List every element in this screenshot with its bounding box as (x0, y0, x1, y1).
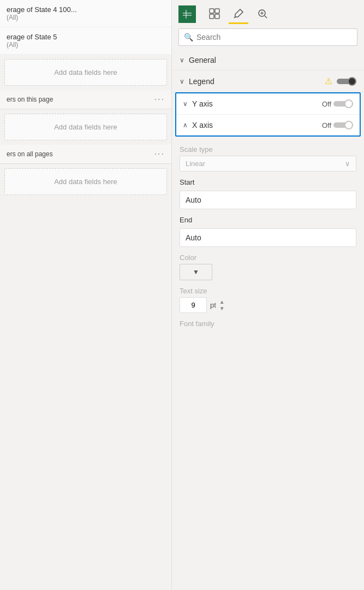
general-section[interactable]: ∨ General (172, 50, 364, 70)
spinner-up[interactable]: ▲ (219, 299, 225, 305)
chevron-down-legend: ∨ (180, 78, 184, 85)
state-4-label: erage of State 4 100... (7, 5, 165, 14)
start-input[interactable] (180, 191, 356, 209)
axis-highlight-box: ∨ Y axis Off ∧ X axis Off (175, 92, 361, 137)
panel-tabs (172, 0, 364, 24)
section-header-all-pages[interactable]: ers on all pages ··· (0, 145, 171, 164)
x-axis-toggle[interactable] (333, 120, 353, 130)
y-axis-toggle[interactable] (333, 99, 353, 109)
dots-icon-page[interactable]: ··· (154, 95, 165, 104)
tab-analytics[interactable] (253, 4, 272, 24)
search-bar: 🔍 (178, 28, 357, 46)
color-label: Color (180, 253, 356, 262)
left-panel: erage of State 4 100... (All) erage of S… (0, 0, 172, 590)
state-5-sub: (All) (7, 41, 165, 49)
legend-toggle[interactable] (337, 76, 356, 86)
font-family-label: Font family (180, 320, 356, 328)
color-swatch-row: ▼ (180, 264, 356, 280)
state-5-label: erage of State 5 (7, 33, 165, 41)
svg-rect-6 (210, 14, 214, 19)
state-4-sub: (All) (7, 14, 165, 21)
text-size-unit: pt (210, 301, 216, 309)
x-axis-label: X axis (192, 121, 322, 129)
scale-type-label: Scale type (180, 145, 356, 154)
search-input[interactable] (178, 28, 357, 46)
legend-label: Legend (189, 77, 325, 86)
right-panel: 🔍 ∨ General ∨ Legend ⚠ ∨ Y axis Off (172, 0, 364, 590)
y-axis-row[interactable]: ∨ Y axis Off (176, 93, 360, 115)
color-swatch[interactable]: ▼ (180, 264, 212, 280)
end-input[interactable] (180, 228, 356, 247)
text-size-label: Text size (180, 287, 356, 295)
dots-icon-all-pages[interactable]: ··· (154, 149, 165, 159)
svg-rect-4 (210, 9, 214, 13)
state-5-row: erage of State 5 (All) (0, 27, 171, 55)
tab-grid[interactable] (205, 4, 224, 24)
section-header-this-page[interactable]: ers on this page ··· (0, 90, 171, 109)
add-data-placeholder-1[interactable]: Add data fields here (4, 59, 167, 86)
end-label: End (180, 216, 356, 224)
add-data-placeholder-2[interactable]: Add data fields here (4, 114, 167, 140)
chevron-down-color: ▼ (193, 268, 199, 276)
green-chart-icon (178, 5, 196, 23)
text-size-input[interactable] (180, 297, 207, 313)
svg-rect-7 (215, 14, 219, 19)
general-label: General (189, 56, 356, 64)
legend-section[interactable]: ∨ Legend ⚠ (172, 70, 364, 92)
scale-type-dropdown[interactable]: Linear ∨ (180, 156, 356, 172)
y-axis-toggle-label: Off (322, 100, 331, 108)
y-axis-label: Y axis (192, 99, 322, 108)
spinner-arrows[interactable]: ▲ ▼ (219, 299, 225, 311)
x-axis-row[interactable]: ∧ X axis Off (176, 115, 360, 135)
x-axis-settings: Scale type Linear ∨ Start End Color ▼ Te… (172, 137, 364, 334)
chevron-down-y-axis: ∨ (183, 100, 188, 108)
x-axis-toggle-label: Off (322, 121, 331, 129)
text-size-row: pt ▲ ▼ (180, 297, 356, 313)
chevron-down-scale: ∨ (345, 160, 350, 168)
chevron-up-x-axis: ∧ (183, 121, 188, 129)
chevron-down-general: ∨ (180, 56, 184, 64)
tab-format[interactable] (229, 4, 248, 24)
start-label: Start (180, 178, 356, 186)
search-icon: 🔍 (184, 33, 193, 42)
svg-line-9 (265, 16, 267, 18)
state-4-row: erage of State 4 100... (All) (0, 0, 171, 27)
svg-rect-5 (215, 9, 219, 13)
warning-icon: ⚠ (325, 76, 332, 86)
add-data-placeholder-3[interactable]: Add data fields here (4, 168, 167, 195)
spinner-down[interactable]: ▼ (219, 305, 225, 311)
scale-type-value: Linear (186, 160, 205, 168)
svg-rect-0 (183, 10, 192, 19)
